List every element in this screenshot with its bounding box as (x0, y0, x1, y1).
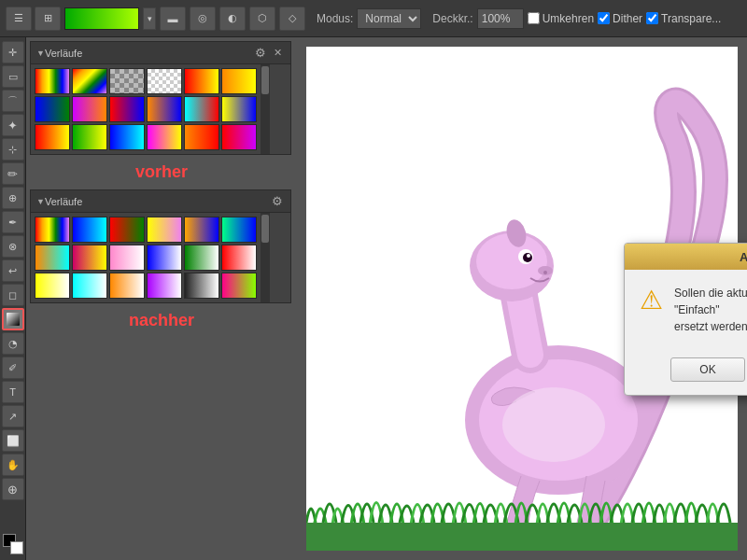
gradient-swatch[interactable] (109, 217, 145, 243)
gradient-swatch[interactable] (147, 96, 182, 122)
dither-label[interactable]: Dither (598, 12, 642, 25)
svg-rect-0 (7, 313, 20, 326)
gradient-swatch[interactable] (35, 96, 70, 122)
gradient-tool[interactable] (2, 308, 24, 330)
gradient-swatch[interactable] (35, 68, 70, 94)
spot-heal-tool[interactable]: ⊕ (2, 187, 24, 209)
panel-scrollbar-bottom[interactable] (261, 213, 270, 302)
panel-header-top[interactable]: ▼ Verläufe ⚙ ✕ (31, 42, 290, 64)
gradient-swatch[interactable] (72, 245, 107, 271)
top-toolbar: ☰ ⊞ ▾ ▬ ◎ ◐ ⬡ ◇ Modus: Normal Deckkr.: U… (0, 0, 747, 37)
panels-area: ▼ Verläufe ⚙ ✕ (26, 37, 297, 560)
move-tool[interactable]: ✛ (2, 41, 24, 63)
foreground-background-colors[interactable] (3, 534, 23, 554)
gradient-swatch[interactable] (35, 245, 70, 271)
angle-gradient-btn[interactable]: ◐ (219, 7, 246, 31)
dialog-title-bar: Adobe Photoshop (625, 244, 747, 270)
panel-title-top: Verläufe (45, 48, 82, 59)
gradient-swatch[interactable] (72, 124, 107, 150)
umkehren-label[interactable]: Umkehren (528, 12, 594, 25)
dodge-tool[interactable]: ◔ (2, 332, 24, 355)
canvas-area: Adobe Photoshop ⚠ Sollen die aktuellen V… (297, 37, 747, 560)
gradient-swatch[interactable] (221, 217, 257, 243)
panel-gear-icon-top[interactable]: ⚙ (253, 46, 268, 61)
menu-button[interactable]: ☰ (6, 7, 32, 31)
clone-tool[interactable]: ⊗ (2, 235, 24, 258)
gradient-swatch[interactable] (221, 68, 257, 94)
gradient-swatch[interactable] (35, 217, 70, 243)
gradient-swatch[interactable] (35, 124, 70, 150)
panel-scrollbar-top[interactable] (261, 64, 270, 154)
gradient-swatch[interactable] (221, 96, 257, 122)
gradient-swatch[interactable] (221, 124, 257, 150)
gradient-dropdown-arrow[interactable]: ▾ (143, 7, 156, 30)
marquee-tool[interactable]: ▭ (2, 65, 24, 88)
gradient-swatch[interactable] (109, 96, 145, 122)
gradient-swatch[interactable] (35, 273, 70, 299)
gradient-swatch[interactable] (184, 217, 219, 243)
gradient-swatch[interactable] (184, 124, 219, 150)
gradient-swatch[interactable] (109, 245, 145, 271)
svg-point-8 (527, 254, 530, 258)
gradient-swatch[interactable] (147, 273, 182, 299)
gradient-swatch[interactable] (109, 68, 145, 94)
linear-gradient-btn[interactable]: ▬ (160, 7, 186, 31)
workspace-button[interactable]: ⊞ (35, 7, 61, 31)
gradient-swatch[interactable] (72, 273, 107, 299)
gradient-swatch[interactable] (109, 273, 145, 299)
deckk-label: Deckkr.: (432, 12, 472, 25)
gradient-swatch[interactable] (72, 96, 107, 122)
hand-tool[interactable]: ✋ (2, 454, 24, 476)
transparenz-checkbox[interactable] (646, 12, 658, 24)
deckk-input[interactable] (477, 8, 524, 29)
gradient-swatch[interactable] (184, 96, 219, 122)
gradient-swatch[interactable] (147, 68, 182, 94)
transparenz-label[interactable]: Transpare... (646, 12, 721, 25)
gradient-swatch[interactable] (184, 245, 219, 271)
gradient-swatch[interactable] (147, 245, 182, 271)
panel-gear-icon-bottom[interactable]: ⚙ (270, 194, 285, 209)
gradient-swatch[interactable] (184, 273, 219, 299)
path-select-tool[interactable]: ↗ (2, 405, 24, 427)
vorher-label: vorher (26, 159, 297, 186)
crop-tool[interactable]: ⊹ (2, 138, 24, 161)
type-tool[interactable]: T (2, 381, 24, 403)
panel-content-bottom (31, 213, 290, 302)
gradient-swatch[interactable] (72, 68, 107, 94)
gradient-panel-top: ▼ Verläufe ⚙ ✕ (30, 41, 291, 155)
pen-tool[interactable]: ✐ (2, 357, 24, 379)
gradient-swatch[interactable] (184, 68, 219, 94)
gradient-panel-bottom: ▼ Verläufe ⚙ (30, 189, 291, 303)
diamond-gradient-btn[interactable]: ◇ (279, 7, 305, 31)
gradient-preview[interactable] (64, 7, 139, 30)
panel-close-btn-top[interactable]: ✕ (270, 46, 285, 61)
gradient-swatch[interactable] (72, 217, 107, 243)
toolbar-left-group: ☰ ⊞ (6, 7, 61, 31)
modus-select[interactable]: Normal (357, 8, 421, 29)
eraser-tool[interactable]: ◻ (2, 284, 24, 306)
gradient-swatch[interactable] (109, 124, 145, 150)
svg-point-12 (502, 387, 605, 462)
brush-tool[interactable]: ✒ (2, 211, 24, 233)
zoom-tool[interactable]: ⊕ (2, 478, 24, 500)
umkehren-checkbox[interactable] (528, 12, 540, 24)
gradient-swatch[interactable] (221, 245, 257, 271)
eyedropper-tool[interactable]: ✏ (2, 162, 24, 185)
nachher-label: nachher (26, 307, 297, 334)
gradient-grid-bottom (31, 213, 261, 302)
dither-checkbox[interactable] (598, 12, 610, 24)
gradient-swatch[interactable] (221, 273, 257, 299)
svg-rect-13 (306, 523, 738, 551)
gradient-swatch[interactable] (147, 217, 182, 243)
lasso-tool[interactable]: ⌒ (2, 90, 24, 112)
modus-label: Modus: (317, 12, 353, 25)
reflected-gradient-btn[interactable]: ⬡ (249, 7, 275, 31)
dialog-buttons: OK Abbrechen Anfügen (625, 350, 747, 395)
magic-wand-tool[interactable]: ✦ (2, 114, 24, 136)
gradient-swatch[interactable] (147, 124, 182, 150)
shape-tool[interactable]: ⬜ (2, 429, 24, 452)
radial-gradient-btn[interactable]: ◎ (190, 7, 216, 31)
panel-header-bottom[interactable]: ▼ Verläufe ⚙ (31, 190, 290, 213)
dialog-ok-button[interactable]: OK (670, 357, 745, 382)
history-brush-tool[interactable]: ↩ (2, 259, 24, 282)
